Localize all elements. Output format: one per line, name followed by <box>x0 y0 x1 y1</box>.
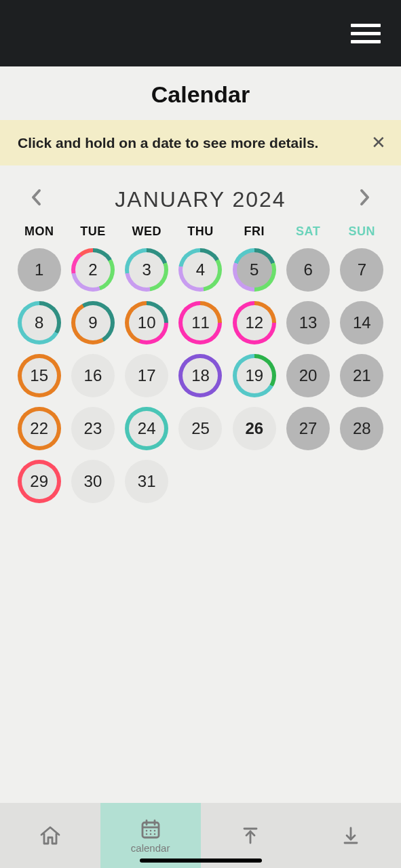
day-number: 20 <box>299 366 318 385</box>
calendar-day[interactable]: 17 <box>125 354 168 397</box>
calendar-day[interactable]: 29 <box>18 460 61 503</box>
day-of-week-header: FRI <box>229 224 280 239</box>
day-number: 31 <box>138 472 156 491</box>
calendar-day[interactable]: 25 <box>178 407 222 450</box>
calendar-day[interactable]: 3 <box>125 248 168 292</box>
svg-point-9 <box>153 833 155 835</box>
home-indicator <box>140 859 262 863</box>
calendar-day[interactable]: 22 <box>18 407 61 450</box>
close-icon[interactable]: ✕ <box>368 132 389 153</box>
day-number: 11 <box>191 313 210 332</box>
month-navigation: JANUARY 2024 <box>0 165 401 224</box>
day-number: 21 <box>353 366 371 385</box>
calendar-day[interactable]: 30 <box>71 460 115 503</box>
day-number: 1 <box>35 260 43 279</box>
day-number: 17 <box>138 366 156 385</box>
svg-point-5 <box>149 829 151 831</box>
next-month-button[interactable] <box>359 188 371 212</box>
day-number: 9 <box>88 313 97 332</box>
tab-calendar-label: calendar <box>131 842 170 854</box>
calendar-day[interactable]: 12 <box>233 301 276 344</box>
calendar-day[interactable]: 11 <box>178 301 222 344</box>
day-number: 14 <box>353 313 371 332</box>
day-number: 26 <box>245 419 263 438</box>
day-number: 12 <box>245 313 263 332</box>
day-number: 3 <box>142 260 151 279</box>
day-number: 15 <box>30 366 48 385</box>
day-number: 23 <box>84 419 102 438</box>
day-of-week-header: SAT <box>282 224 333 239</box>
calendar-day[interactable]: 16 <box>71 354 115 397</box>
calendar-day[interactable]: 23 <box>71 407 115 450</box>
day-number: 7 <box>358 260 366 279</box>
day-of-week-header: SUN <box>337 224 387 239</box>
upload-icon <box>239 824 262 847</box>
day-number: 16 <box>84 366 102 385</box>
day-number: 30 <box>84 472 102 491</box>
calendar-day[interactable]: 21 <box>340 354 383 397</box>
calendar-grid: MONTUEWEDTHUFRISATSUN1234567891011121314… <box>0 224 401 503</box>
tab-download[interactable] <box>301 803 401 868</box>
calendar-day[interactable]: 24 <box>125 407 168 450</box>
day-number: 10 <box>138 313 156 332</box>
app-header <box>0 0 401 66</box>
day-of-week-header: WED <box>121 224 172 239</box>
calendar-day[interactable]: 13 <box>286 301 330 344</box>
day-number: 6 <box>303 260 312 279</box>
calendar-day[interactable]: 31 <box>125 460 168 503</box>
day-of-week-header: TUE <box>67 224 118 239</box>
day-number: 25 <box>191 419 210 438</box>
day-number: 22 <box>30 419 48 438</box>
day-number: 13 <box>299 313 318 332</box>
month-label: JANUARY 2024 <box>115 187 286 212</box>
calendar-day[interactable]: 6 <box>286 248 330 292</box>
day-number: 4 <box>196 260 205 279</box>
calendar-day[interactable]: 28 <box>340 407 383 450</box>
day-number: 28 <box>353 419 371 438</box>
tab-home[interactable] <box>0 803 100 868</box>
menu-icon[interactable] <box>351 24 381 43</box>
calendar-day[interactable]: 5 <box>233 248 276 292</box>
calendar-icon <box>139 818 162 841</box>
svg-point-6 <box>153 829 155 831</box>
download-icon <box>339 824 362 847</box>
day-number: 19 <box>245 366 263 385</box>
calendar-day[interactable]: 4 <box>178 248 222 292</box>
day-number: 29 <box>30 472 48 491</box>
calendar-day[interactable]: 8 <box>18 301 61 344</box>
day-number: 27 <box>299 419 318 438</box>
day-number: 24 <box>138 419 156 438</box>
calendar-day[interactable]: 20 <box>286 354 330 397</box>
day-number: 5 <box>250 260 259 279</box>
calendar-day[interactable]: 14 <box>340 301 383 344</box>
day-number: 2 <box>88 260 97 279</box>
calendar-day[interactable]: 10 <box>125 301 168 344</box>
calendar-day[interactable]: 2 <box>71 248 115 292</box>
calendar-day[interactable]: 19 <box>233 354 276 397</box>
svg-point-7 <box>145 833 147 835</box>
day-of-week-header: THU <box>175 224 226 239</box>
calendar-day[interactable]: 26 <box>233 407 276 450</box>
svg-point-4 <box>145 829 147 831</box>
calendar-day[interactable]: 27 <box>286 407 330 450</box>
calendar-day[interactable]: 7 <box>340 248 383 292</box>
hint-text: Click and hold on a date to see more det… <box>18 135 318 151</box>
page-title: Calendar <box>0 66 401 120</box>
prev-month-button[interactable] <box>30 188 42 212</box>
svg-point-8 <box>149 833 151 835</box>
day-of-week-header: MON <box>14 224 64 239</box>
hint-bar: Click and hold on a date to see more det… <box>0 120 401 165</box>
calendar-day[interactable]: 18 <box>178 354 222 397</box>
home-icon <box>39 824 62 847</box>
calendar-day[interactable]: 9 <box>71 301 115 344</box>
calendar-day[interactable]: 15 <box>18 354 61 397</box>
day-number: 18 <box>191 366 210 385</box>
calendar-day[interactable]: 1 <box>18 248 61 292</box>
day-number: 8 <box>35 313 43 332</box>
